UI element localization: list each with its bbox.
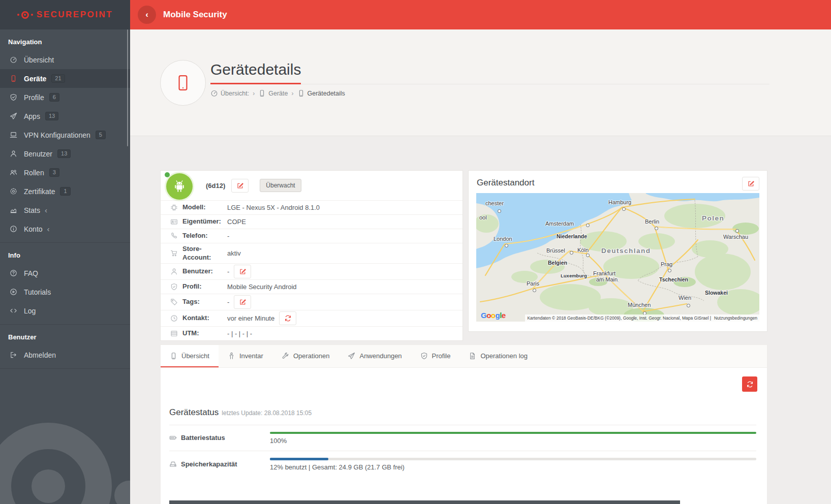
sidebar-item-label: Abmelden xyxy=(24,351,56,359)
refresh-kontakt-button[interactable] xyxy=(279,311,296,325)
device-status-title: Gerätestatusletztes Update: 28.08.2018 1… xyxy=(169,407,312,418)
sidebar-item-label: Tutorials xyxy=(24,288,51,296)
breadcrumb-item-geräte[interactable]: Geräte xyxy=(258,89,288,97)
info-label: Benutzer: xyxy=(182,267,227,275)
sidebar-item-übersicht[interactable]: Übersicht xyxy=(0,50,130,69)
sidebar-item-konto[interactable]: Konto‹ xyxy=(0,219,130,238)
smartphone-icon xyxy=(8,75,18,82)
laptop-icon xyxy=(8,131,18,139)
tab-anwendungen[interactable]: Anwendungen xyxy=(338,345,411,367)
count-badge: 5 xyxy=(96,131,106,139)
edit-benutzer-button[interactable] xyxy=(234,265,251,278)
map-label-warschau: Warschau xyxy=(723,234,748,240)
edit-tags-button[interactable] xyxy=(234,295,251,309)
sidebar-item-profile[interactable]: Profile6 xyxy=(0,88,130,107)
refresh-icon xyxy=(746,381,754,388)
android-avatar xyxy=(166,173,193,200)
map-marker xyxy=(735,229,739,233)
sidebar-item-label: FAQ xyxy=(24,269,38,277)
sidebar-item-faq[interactable]: FAQ xyxy=(0,264,130,282)
battery-icon xyxy=(169,434,177,442)
map-basemap xyxy=(476,193,759,322)
progress-fill xyxy=(270,432,756,434)
sidebar-item-label: Apps xyxy=(24,112,40,120)
terms-link[interactable]: Nutzungsbedingungen xyxy=(714,316,757,321)
info-label: UTM: xyxy=(182,329,227,337)
map-label-wien: Wien xyxy=(679,295,691,301)
tab-label: Inventar xyxy=(239,352,263,360)
tab-übersicht[interactable]: Übersicht xyxy=(161,345,219,367)
edit-icon xyxy=(236,182,244,190)
info-label: Telefon: xyxy=(182,232,227,240)
count-badge: 21 xyxy=(51,74,65,83)
logo-text: SECUREPOINT xyxy=(37,10,113,20)
sidebar-item-vpn-konfigurationen[interactable]: VPN Konfigurationen5 xyxy=(0,125,130,144)
refresh-status-button[interactable] xyxy=(742,376,757,392)
edit-icon xyxy=(747,180,755,187)
monitored-badge: Überwacht xyxy=(260,179,301,192)
tab-operationen-log[interactable]: Operationen log xyxy=(459,345,537,367)
sidebar: SECUREPOINT NavigationÜbersichtGeräte21P… xyxy=(0,0,130,504)
sidebar-item-zertifikate[interactable]: Zertifikate1 xyxy=(0,182,130,201)
sidebar-item-apps[interactable]: Apps13 xyxy=(0,107,130,125)
nav-section-navigation: NavigationÜbersichtGeräte21Profile6Apps1… xyxy=(0,29,130,243)
smartphone-icon xyxy=(297,89,305,97)
logo-dot-icon xyxy=(17,14,19,16)
sidebar-item-benutzer[interactable]: Benutzer13 xyxy=(0,144,130,163)
count-badge: 13 xyxy=(57,149,71,158)
google-map[interactable]: chesteroolHamburgAmsterdamNiederlandeBer… xyxy=(476,193,759,322)
map-marker xyxy=(586,254,590,257)
status-label: Speicherkapazität xyxy=(169,457,270,471)
device-info-row-store-account: Store-Account:aktiv xyxy=(161,243,463,263)
logo-dot-icon xyxy=(31,14,33,16)
status-label: Batteriestatus xyxy=(169,431,270,445)
sidebar-item-stats[interactable]: Stats‹ xyxy=(0,201,130,219)
sidebar-item-tutorials[interactable]: Tutorials xyxy=(0,282,130,301)
tab-operationen[interactable]: Operationen xyxy=(272,345,339,367)
edit-location-button[interactable] xyxy=(742,177,759,191)
attribution-text: Kartendaten © 2018 GeoBasis-DE/BKG (©200… xyxy=(527,316,711,321)
sidebar-item-rollen[interactable]: Rollen3 xyxy=(0,163,130,182)
sidebar-item-geräte[interactable]: Geräte21 xyxy=(0,69,130,88)
page-header: Gerätedetails Übersicht:›Geräte›Gerätede… xyxy=(130,29,831,136)
sidebar-item-abmelden[interactable]: Abmelden xyxy=(0,345,130,364)
info-label: Eigentümer: xyxy=(182,217,227,226)
securepoint-logo: SECUREPOINT xyxy=(0,0,130,29)
document-icon xyxy=(469,352,476,360)
device-info-row-kontakt: Kontakt:vor einer Minute xyxy=(161,310,463,326)
sidebar-item-label: Benutzer xyxy=(24,150,52,158)
person-icon xyxy=(228,352,235,360)
chip-icon xyxy=(170,204,178,211)
tab-label: Übersicht xyxy=(181,352,209,360)
id-card-icon xyxy=(170,218,178,226)
device-status-table: Batteriestatus100%Speicherkapazität12% b… xyxy=(169,425,756,477)
device-info-row-benutzer: Benutzer:- xyxy=(161,263,463,279)
user-icon xyxy=(8,150,18,158)
map-label-münchen: München xyxy=(628,302,651,308)
breadcrumb-separator: › xyxy=(292,90,294,97)
back-button[interactable]: ‹ xyxy=(138,6,156,24)
tab-inventar[interactable]: Inventar xyxy=(219,345,272,367)
nav-section-label: Benutzer xyxy=(0,325,130,345)
chevron-left-icon: ‹ xyxy=(47,225,50,233)
watermark-logo xyxy=(0,423,112,504)
map-label-belgien: Belgien xyxy=(548,260,567,266)
breadcrumb: Übersicht:›Geräte›Gerätedetails xyxy=(210,89,345,97)
online-status-dot xyxy=(165,172,170,177)
wrench-icon xyxy=(282,352,289,360)
tab-profile[interactable]: Profile xyxy=(411,345,460,367)
chevron-left-icon: ‹ xyxy=(45,206,47,214)
map-label-am-main: am Main xyxy=(596,276,618,282)
map-marker xyxy=(505,244,508,247)
sidebar-item-log[interactable]: Log xyxy=(0,301,130,320)
sidebar-item-label: VPN Konfigurationen xyxy=(24,131,90,139)
breadcrumb-item-übersicht[interactable]: Übersicht: xyxy=(210,89,249,97)
device-info-row-telefon: Telefon:- xyxy=(161,229,463,243)
info-label: Kontakt: xyxy=(182,314,227,322)
paper-plane-icon xyxy=(348,352,355,360)
google-logo[interactable]: Google xyxy=(481,311,506,320)
edit-device-name-button[interactable] xyxy=(231,179,249,193)
map-label-prag: Prag xyxy=(661,261,672,267)
device-location-card: Gerätestandort xyxy=(468,170,767,332)
map-label-hamburg: Hamburg xyxy=(608,199,631,205)
